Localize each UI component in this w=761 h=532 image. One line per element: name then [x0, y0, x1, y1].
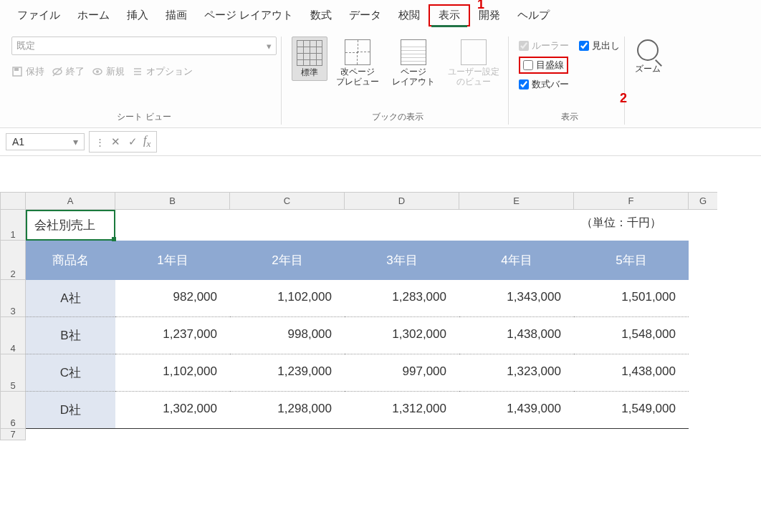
cell-D2[interactable]: 3年目 — [345, 241, 459, 280]
cell-G6[interactable] — [689, 392, 717, 429]
cell-C4[interactable]: 998,000 — [230, 317, 345, 354]
cell-E3[interactable]: 1,343,000 — [459, 280, 574, 317]
gridlines-checkbox-input[interactable] — [523, 60, 533, 70]
keep-button[interactable]: 保持 — [11, 65, 44, 78]
cell-D4[interactable]: 1,302,000 — [345, 317, 459, 354]
exit-button[interactable]: 終了 — [52, 65, 85, 78]
cell-D1[interactable] — [345, 210, 459, 241]
headings-checkbox-input[interactable] — [579, 41, 589, 51]
menu-developer[interactable]: 開発 — [470, 6, 509, 25]
ribbon-group-book-view: 標準 改ページ プレビュー ページ レイアウト ユーザー設定 のビュー ブックの… — [287, 37, 509, 125]
col-header-C[interactable]: C — [230, 192, 345, 210]
row-header-6[interactable]: 6 — [0, 392, 26, 429]
cell-F2[interactable]: 5年目 — [574, 241, 689, 280]
row-header-7[interactable]: 7 — [0, 429, 26, 440]
cell-A3[interactable]: A社 — [26, 280, 115, 317]
menu-home[interactable]: ホーム — [69, 6, 118, 25]
cell-B2[interactable]: 1年目 — [115, 241, 230, 280]
cell-C5[interactable]: 1,239,000 — [230, 354, 345, 392]
menu-view[interactable]: 表示 — [429, 4, 470, 26]
cell-A6[interactable]: D社 — [26, 392, 115, 429]
cell-B1[interactable] — [115, 210, 230, 241]
cell-G4[interactable] — [689, 317, 717, 354]
cell-B5[interactable]: 1,102,000 — [115, 354, 230, 392]
cell-A2[interactable]: 商品名 — [26, 241, 115, 280]
menu-help[interactable]: ヘルプ — [509, 6, 558, 25]
cell-C2[interactable]: 2年目 — [230, 241, 345, 280]
col-header-A[interactable]: A — [26, 192, 115, 210]
cell-C6[interactable]: 1,298,000 — [230, 392, 345, 429]
cell-B6[interactable]: 1,302,000 — [115, 392, 230, 429]
cell-A5[interactable]: C社 — [26, 354, 115, 392]
zoom-button[interactable]: ズーム — [635, 37, 661, 74]
row-header-2[interactable]: 2 — [0, 241, 26, 280]
col-header-D[interactable]: D — [345, 192, 459, 210]
fx-icon[interactable]: fx — [143, 134, 150, 150]
cell-F5[interactable]: 1,438,000 — [574, 354, 689, 392]
cancel-formula-button[interactable]: ✕ — [109, 135, 122, 148]
menu-file[interactable]: ファイル — [9, 6, 69, 25]
cell-F6[interactable]: 1,549,000 — [574, 392, 689, 429]
cell-A4[interactable]: B社 — [26, 317, 115, 354]
cell-G2[interactable] — [689, 241, 717, 280]
cell-G5[interactable] — [689, 354, 717, 392]
enter-formula-button[interactable]: ✓ — [126, 135, 139, 148]
page-layout-label: ページ レイアウト — [392, 67, 435, 87]
sheet-view-dropdown[interactable]: 既定 ▾ — [11, 37, 277, 55]
cell-C7[interactable] — [230, 429, 345, 440]
normal-view-icon — [297, 40, 322, 66]
cell-C1[interactable] — [230, 210, 345, 241]
cell-F7[interactable] — [574, 429, 689, 440]
cell-G7[interactable] — [689, 429, 717, 440]
cell-F3[interactable]: 1,501,000 — [574, 280, 689, 317]
menu-insert[interactable]: 挿入 — [118, 6, 157, 25]
cell-D6[interactable]: 1,312,000 — [345, 392, 459, 429]
cell-A1[interactable]: 会社別売上 — [26, 210, 115, 241]
cell-F4[interactable]: 1,548,000 — [574, 317, 689, 354]
cell-B4[interactable]: 1,237,000 — [115, 317, 230, 354]
new-button[interactable]: 新規 — [92, 65, 125, 78]
page-break-preview-button[interactable]: 改ページ プレビュー — [332, 37, 383, 90]
menu-page-layout[interactable]: ページ レイアウト — [196, 6, 302, 25]
menu-data[interactable]: データ — [340, 6, 390, 25]
row-header-1[interactable]: 1 — [0, 210, 26, 241]
name-box[interactable]: A1 ▾ — [6, 133, 85, 150]
cell-B3[interactable]: 982,000 — [115, 280, 230, 317]
headings-checkbox[interactable]: 見出し — [579, 39, 620, 52]
formula-bar-checkbox[interactable]: 数式バー — [519, 78, 569, 91]
options-button[interactable]: オプション — [132, 65, 193, 78]
menu-draw[interactable]: 描画 — [157, 6, 196, 25]
cell-E6[interactable]: 1,439,000 — [459, 392, 574, 429]
cell-F1[interactable]: （単位：千円） — [574, 210, 689, 241]
col-header-E[interactable]: E — [459, 192, 574, 210]
cell-A7[interactable] — [26, 429, 115, 440]
cell-E4[interactable]: 1,438,000 — [459, 317, 574, 354]
row-header-4[interactable]: 4 — [0, 317, 26, 354]
cell-G1[interactable] — [689, 210, 717, 241]
cell-C3[interactable]: 1,102,000 — [230, 280, 345, 317]
select-all-corner[interactable] — [0, 192, 26, 210]
formula-bar-checkbox-input[interactable] — [519, 79, 529, 90]
cell-E1[interactable] — [459, 210, 574, 241]
custom-view-button[interactable]: ユーザー設定 のビュー — [444, 37, 504, 90]
row-header-5[interactable]: 5 — [0, 354, 26, 392]
col-header-G[interactable]: G — [689, 192, 717, 210]
cell-D7[interactable] — [345, 429, 459, 440]
page-layout-button[interactable]: ページ レイアウト — [388, 37, 439, 90]
cell-D3[interactable]: 1,283,000 — [345, 280, 459, 317]
menu-review[interactable]: 校閲 — [390, 6, 429, 25]
col-header-B[interactable]: B — [115, 192, 230, 210]
cell-E5[interactable]: 1,323,000 — [459, 354, 574, 392]
cell-E7[interactable] — [459, 429, 574, 440]
menu-formulas[interactable]: 数式 — [302, 6, 340, 25]
gridlines-checkbox[interactable]: 目盛線 — [519, 57, 568, 74]
col-header-F[interactable]: F — [574, 192, 689, 210]
cell-E2[interactable]: 4年目 — [459, 241, 574, 280]
cell-D5[interactable]: 997,000 — [345, 354, 459, 392]
more-icon[interactable]: ⋮ — [95, 137, 105, 147]
row-header-3[interactable]: 3 — [0, 280, 26, 317]
grid[interactable]: A B C D E F G 1 会社別売上 （単位：千円） 2 商品名 1年目 … — [0, 192, 761, 440]
cell-G3[interactable] — [689, 280, 717, 317]
cell-B7[interactable] — [115, 429, 230, 440]
normal-view-button[interactable]: 標準 — [292, 37, 327, 81]
